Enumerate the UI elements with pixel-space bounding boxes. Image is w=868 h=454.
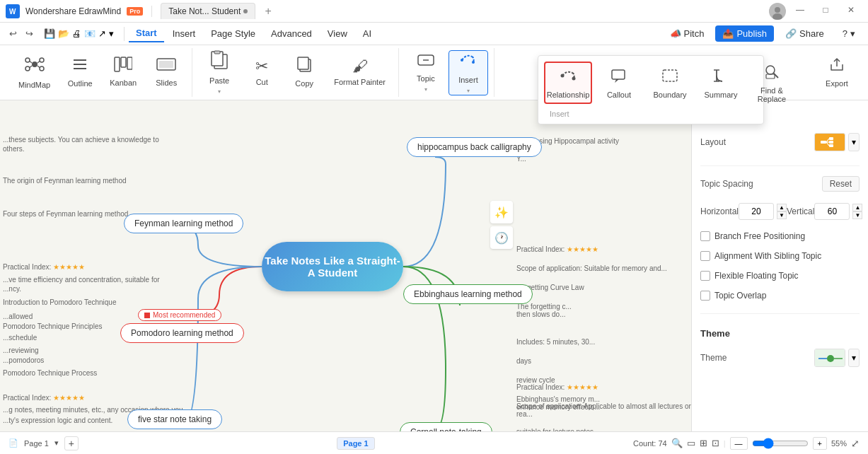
menu-insert[interactable]: Insert <box>166 25 203 42</box>
paste-button[interactable]: Paste ▾ <box>199 50 239 95</box>
allowed: ...allowed <box>3 313 33 320</box>
mindmap-canvas[interactable]: ...these subjects. You can achieve a kno… <box>0 100 691 431</box>
avatar[interactable] <box>769 3 786 20</box>
svg-point-29 <box>472 61 475 64</box>
zoom-out-button[interactable]: — <box>730 437 748 450</box>
vertical-input[interactable]: 60 <box>814 203 850 220</box>
svg-point-39 <box>766 66 775 74</box>
theme-preview[interactable] <box>814 349 845 367</box>
menu-advanced[interactable]: Advanced <box>264 25 319 42</box>
slides-icon <box>156 57 176 76</box>
hippocampus-node[interactable]: hippocampus back calligraphy <box>407 137 542 157</box>
flexible-checkbox[interactable] <box>700 271 710 281</box>
active-tab[interactable]: Take Not... Student <box>161 3 255 19</box>
summary-item[interactable]: Summary <box>697 62 745 104</box>
svg-rect-48 <box>829 144 833 147</box>
kanban-button[interactable]: Kanban <box>103 50 144 95</box>
magic-button[interactable]: ✨ <box>490 201 513 223</box>
outline-button[interactable]: Outline <box>60 50 100 95</box>
callout-label: Callout <box>607 91 631 99</box>
ebbinghaus-scope: Scope of application: Suitable for memor… <box>516 264 667 272</box>
undo-redo-nav: ↩ ↪ <box>6 26 37 41</box>
horizontal-up[interactable]: ▲ <box>777 204 787 211</box>
vertical-up[interactable]: ▲ <box>852 204 862 211</box>
menu-page-style[interactable]: Page Style <box>204 25 262 42</box>
theme-dropdown[interactable]: ▾ <box>848 349 860 367</box>
quick-access[interactable]: 💾 📂 🖨 📧 ↗ ▾ <box>44 28 114 39</box>
add-tab-button[interactable]: + <box>261 4 275 18</box>
layout-option-active[interactable] <box>814 133 845 151</box>
pitch-button[interactable]: 📣 Pitch <box>663 25 712 42</box>
menu-ai[interactable]: AI <box>356 25 378 42</box>
boundary-item[interactable]: Boundary <box>646 62 694 104</box>
svg-rect-18 <box>121 57 126 67</box>
svg-line-43 <box>826 139 829 142</box>
share-button[interactable]: 🔗 Share <box>778 25 831 42</box>
cornell-node[interactable]: Cornell note-taking <box>400 422 492 431</box>
maximize-button[interactable]: □ <box>814 3 837 17</box>
clock-button[interactable]: 🕐 <box>490 226 513 249</box>
callout-icon <box>611 67 627 88</box>
svg-line-11 <box>30 66 32 68</box>
cut-button[interactable]: ✂ Cut <box>242 50 282 95</box>
format-painter-button[interactable]: 🖌 Format Painter <box>327 50 393 95</box>
find-replace-item[interactable]: Find & Replace <box>748 62 796 104</box>
days: days <box>516 357 667 365</box>
statusbar-left: 📄 Page 1 ▾ + <box>8 436 79 450</box>
topic-button[interactable]: Topic ▾ <box>406 50 446 95</box>
close-button[interactable]: ✕ <box>840 3 862 17</box>
flexible-label: Flexible Floating Topic <box>714 271 799 281</box>
svg-rect-34 <box>612 70 625 79</box>
toolbar-export-group: Export <box>811 48 862 97</box>
five-star-practical: Practical Index: ★★★★★ <box>3 394 85 402</box>
right-side-icons: ✨ 🕐 <box>490 201 513 249</box>
horizontal-down[interactable]: ▼ <box>777 211 787 219</box>
horizontal-input[interactable]: 20 <box>739 203 774 220</box>
current-page-tab[interactable]: Page 1 <box>337 437 374 450</box>
undo-button[interactable]: ↩ <box>6 26 21 41</box>
reviewing: ...reviewing <box>3 347 39 354</box>
reset-button[interactable]: Reset <box>822 176 860 192</box>
callout-item[interactable]: Callout <box>595 62 643 104</box>
svg-rect-19 <box>127 57 132 69</box>
statusbar-icon-4: ⊡ <box>712 438 719 448</box>
page-dropdown-arrow[interactable]: ▾ <box>54 438 59 448</box>
feynman-node[interactable]: Feynman learning method <box>124 214 243 233</box>
minimize-button[interactable]: — <box>789 3 811 17</box>
svg-text:W: W <box>9 8 16 16</box>
alignment-checkbox[interactable] <box>700 251 710 261</box>
publish-label: Publish <box>736 28 767 39</box>
pomodoro-node[interactable]: Pomodoro learning method <box>120 323 244 343</box>
summary-icon <box>712 67 729 88</box>
svg-point-7 <box>25 66 30 71</box>
five-star-node[interactable]: five star note taking <box>127 409 222 429</box>
fit-button[interactable]: ⤢ <box>851 438 860 449</box>
help-button[interactable]: ? ▾ <box>835 25 862 42</box>
mindmap-button[interactable]: MindMap <box>11 50 57 95</box>
add-page-button[interactable]: + <box>64 436 79 450</box>
overlap-checkbox[interactable] <box>700 291 710 301</box>
slides-button[interactable]: Slides <box>146 50 186 95</box>
menu-view[interactable]: View <box>320 25 354 42</box>
layout-dropdown[interactable]: ▾ <box>848 133 860 151</box>
relationship-icon <box>560 67 577 88</box>
svg-point-33 <box>561 74 565 77</box>
relationship-item[interactable]: Relationship <box>544 62 592 104</box>
zoom-slider[interactable] <box>752 438 809 449</box>
center-node[interactable]: Take Notes Like a Straight-A Student <box>262 242 403 291</box>
insert-button[interactable]: Insert ▾ <box>449 50 488 95</box>
ebbinghaus-node[interactable]: Ebbinghaus learning method <box>403 284 533 304</box>
publish-button[interactable]: 📤 Publish <box>715 25 774 42</box>
insert-section-label: Insert <box>544 107 758 118</box>
menu-start[interactable]: Start <box>129 25 164 42</box>
copy-button[interactable]: Copy <box>284 50 324 95</box>
statusbar-icon-2: ▭ <box>687 438 695 448</box>
vertical-down[interactable]: ▼ <box>852 211 862 219</box>
horizontal-label: Horizontal <box>700 206 739 216</box>
horizontal-stepper: ▲ ▼ <box>777 204 787 219</box>
topic-arrow: ▾ <box>424 86 427 93</box>
export-button[interactable]: Export <box>817 50 857 95</box>
zoom-in-button[interactable]: + <box>813 437 827 450</box>
branch-free-checkbox[interactable] <box>700 231 710 241</box>
redo-button[interactable]: ↪ <box>22 26 37 41</box>
